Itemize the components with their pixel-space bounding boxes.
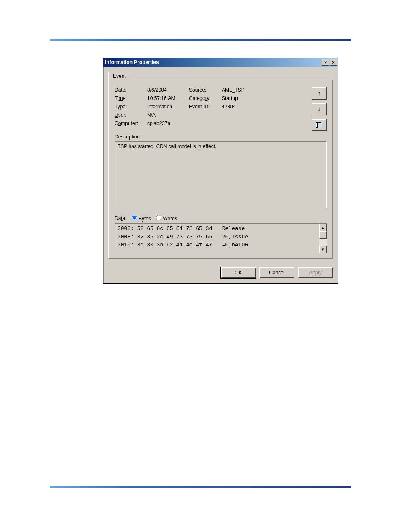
words-radio[interactable]	[156, 215, 161, 220]
dialog-buttons: OK Cancel Apply	[103, 263, 338, 283]
copy-icon	[316, 122, 322, 128]
time-value: 10:57:16 AM	[147, 95, 189, 101]
source-value: AML_TSP	[222, 87, 327, 93]
help-icon: ?	[324, 60, 327, 65]
tab-event[interactable]: Event	[108, 72, 130, 80]
triangle-up-icon: ▲	[321, 226, 325, 230]
hex-line-3: 0010: 3d 30 3b 62 41 4c 4f 47 =0;bALOG	[118, 242, 248, 248]
user-value: N/A	[147, 112, 189, 118]
type-value: Information	[147, 104, 189, 110]
time-label: Time:	[115, 95, 147, 101]
data-format-row: Data: Bytes Words	[115, 215, 327, 222]
computer-value: cplab237a	[147, 120, 189, 126]
arrow-down-icon: ↓	[318, 106, 321, 113]
copy-button[interactable]	[312, 119, 327, 131]
prev-record-button[interactable]: ↑	[312, 87, 327, 100]
type-label: Type:	[115, 104, 147, 110]
next-record-button[interactable]: ↓	[312, 103, 327, 115]
cancel-button[interactable]: Cancel	[259, 267, 294, 278]
date-value: 8/6/2004	[147, 87, 189, 93]
apply-button: Apply	[298, 267, 333, 278]
tab-strip: Event	[108, 71, 333, 80]
hex-line-1: 0000: 52 65 6c 65 61 73 65 3d Release=	[118, 225, 248, 232]
event-fields: Date: 8/6/2004 Source: AML_TSP Time: 10:…	[115, 87, 327, 126]
scroll-up-button[interactable]: ▲	[319, 224, 327, 231]
tab-panel: ↑ ↓ Date: 8/6/2004 Source: AML_TSP Time:…	[108, 80, 333, 259]
page-top-divider	[50, 39, 351, 41]
bytes-radio[interactable]	[132, 215, 137, 220]
hex-scrollbar[interactable]: ▲ ▼	[319, 223, 327, 253]
eventid-label: Event ID:	[189, 104, 222, 110]
close-icon: ×	[332, 60, 335, 65]
close-button[interactable]: ×	[330, 59, 337, 66]
ok-button[interactable]: OK	[221, 267, 256, 278]
category-label: Category:	[189, 95, 222, 101]
hex-area: 0000: 52 65 6c 65 61 73 65 3d Release= 0…	[115, 223, 327, 253]
description-box[interactable]: TSP has started, CDN call model is in ef…	[115, 141, 327, 208]
scroll-thumb[interactable]	[319, 231, 327, 239]
window-title: Information Properties	[105, 59, 159, 65]
scroll-down-button[interactable]: ▼	[319, 246, 327, 253]
information-properties-dialog: Information Properties ? × Event ↑ ↓	[103, 57, 338, 284]
computer-label: Computer:	[115, 120, 147, 126]
description-label: Description:	[115, 134, 327, 140]
eventid-value: 42804	[222, 104, 327, 110]
help-button[interactable]: ?	[322, 59, 329, 66]
words-radio-label[interactable]: Words	[154, 215, 177, 222]
triangle-down-icon: ▼	[321, 248, 325, 251]
hex-line-2: 0008: 32 36 2c 49 73 73 75 65 26,Issue	[118, 234, 248, 240]
source-label: Source:	[189, 87, 222, 93]
titlebar[interactable]: Information Properties ? ×	[103, 58, 338, 67]
bytes-radio-label[interactable]: Bytes	[130, 215, 151, 222]
record-nav: ↑ ↓	[312, 87, 327, 131]
arrow-up-icon: ↑	[318, 90, 321, 97]
description-text: TSP has started, CDN call model is in ef…	[118, 143, 216, 149]
dialog-body: Event ↑ ↓ Date: 8/6/2004 Source: AML_TSP	[103, 67, 338, 263]
page-bottom-divider	[50, 486, 351, 488]
user-label: User:	[115, 112, 147, 118]
category-value: Startup	[222, 95, 327, 101]
date-label: Date:	[115, 87, 147, 93]
hex-dump[interactable]: 0000: 52 65 6c 65 61 73 65 3d Release= 0…	[115, 223, 319, 253]
titlebar-buttons: ? ×	[321, 59, 337, 66]
data-label: Data:	[115, 215, 127, 221]
scroll-track[interactable]	[319, 239, 327, 246]
